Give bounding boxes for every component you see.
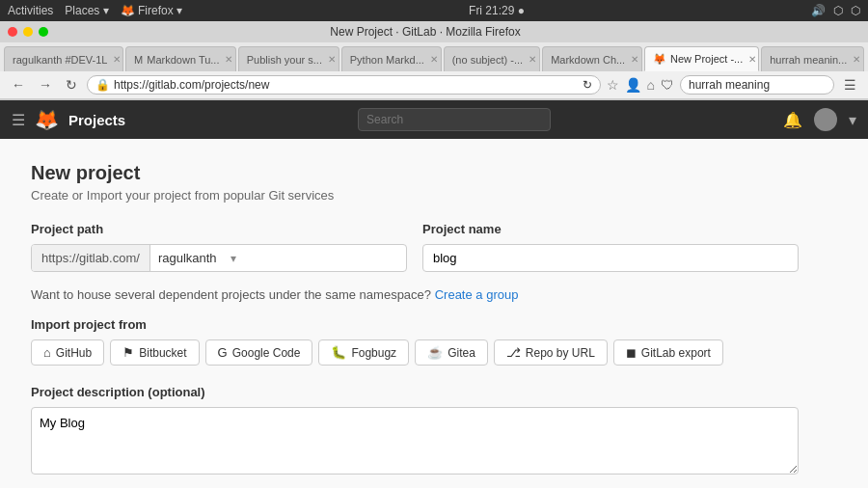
os-battery-icon: ⬡ — [851, 4, 860, 17]
window-close-button[interactable] — [8, 27, 17, 37]
repo-by-url-icon: ⎇ — [506, 345, 521, 360]
notification-bell-icon[interactable]: 🔔 — [783, 111, 802, 129]
tab-8[interactable]: hurrah meanin... ✕ — [761, 46, 864, 71]
user-avatar[interactable] — [814, 108, 837, 131]
import-repo-by-url-button[interactable]: ⎇ Repo by URL — [494, 339, 608, 366]
gitlab-export-icon: ◼ — [626, 345, 637, 360]
os-clock: Fri 21:29 ● — [469, 4, 525, 17]
window-maximize-button[interactable] — [39, 27, 48, 37]
import-google-code-label: Google Code — [232, 346, 301, 360]
path-dropdown-icon[interactable]: ▾ — [225, 252, 242, 265]
tab-4[interactable]: Python Markd... ✕ — [341, 46, 442, 71]
tab-1[interactable]: ragulkanth #DEV-1L ✕ — [4, 46, 123, 71]
create-group-link[interactable]: Create a group — [435, 287, 519, 302]
back-button[interactable]: ← — [8, 75, 29, 95]
import-gitlab-export-button[interactable]: ◼ GitLab export — [613, 339, 723, 366]
url-box[interactable]: 🔒 https://gitlab.com/projects/new ↻ — [87, 75, 601, 95]
tab-4-close[interactable]: ✕ — [430, 54, 438, 65]
window-minimize-button[interactable] — [23, 27, 33, 37]
tab-3-close[interactable]: ✕ — [328, 54, 336, 65]
browser-search-input[interactable] — [680, 75, 834, 95]
url-reload-icon: ↻ — [583, 78, 592, 92]
account-icon[interactable]: 👤 — [625, 77, 641, 93]
url-text: https://gitlab.com/projects/new — [114, 78, 579, 92]
import-github-button[interactable]: ⌂ GitHub — [31, 339, 104, 366]
os-bar: Activities Places ▾ 🦊 Firefox ▾ Fri 21:2… — [0, 0, 868, 21]
tab-5-close[interactable]: ✕ — [529, 54, 536, 65]
shield-icon[interactable]: 🛡 — [661, 77, 674, 93]
github-icon: ⌂ — [43, 345, 51, 360]
gitea-icon: ☕ — [427, 345, 443, 360]
import-gitlab-export-label: GitLab export — [641, 346, 711, 360]
browser-title-bar: New Project · GitLab · Mozilla Firefox — [0, 21, 868, 42]
import-google-code-button[interactable]: G Google Code — [205, 339, 313, 366]
address-bar-icons: ☆ 👤 ⌂ 🛡 — [607, 77, 674, 93]
os-activities[interactable]: Activities — [8, 4, 53, 17]
forward-button[interactable]: → — [35, 75, 56, 95]
tab-7[interactable]: 🦊 New Project -... ✕ — [644, 46, 759, 71]
gitlab-brand: Projects — [68, 112, 125, 128]
tab-6[interactable]: Markdown Ch... ✕ — [542, 46, 642, 71]
page-content: New project Create or Import your projec… — [0, 139, 829, 488]
tab-6-close[interactable]: ✕ — [631, 54, 638, 65]
tab-4-label: Python Markd... — [350, 54, 424, 66]
namespace-note: Want to house several dependent projects… — [31, 287, 799, 302]
project-path-input[interactable]: https://gitlab.com/ ragulkanth ▾ — [31, 244, 407, 272]
hamburger-icon[interactable]: ☰ — [12, 111, 25, 129]
tab-5-label: (no subject) -... — [452, 54, 523, 66]
import-fogbugz-label: Fogbugz — [351, 346, 396, 360]
google-code-icon: G — [218, 345, 228, 360]
address-bar: ← → ↻ 🔒 https://gitlab.com/projects/new … — [0, 71, 868, 99]
page-subtitle: Create or Import your project from popul… — [31, 188, 799, 203]
os-network-icon: ⬡ — [833, 4, 843, 17]
tab-1-close[interactable]: ✕ — [113, 54, 121, 65]
project-name-input[interactable] — [422, 244, 799, 272]
os-places[interactable]: Places ▾ — [65, 4, 108, 17]
browser-window-controls[interactable] — [8, 27, 48, 37]
tab-2-favicon: M — [134, 54, 143, 66]
tab-5[interactable]: (no subject) -... ✕ — [444, 46, 540, 71]
tab-3-label: Publish your s... — [247, 54, 322, 66]
project-name-label: Project name — [422, 222, 799, 236]
import-bitbucket-button[interactable]: ⚑ Bitbucket — [110, 339, 199, 366]
nav-center — [135, 108, 773, 131]
gitlab-logo: 🦊 — [35, 108, 59, 131]
tab-2-label: Markdown Tu... — [147, 54, 219, 66]
menu-button[interactable]: ☰ — [840, 75, 860, 95]
project-path-group: Project path https://gitlab.com/ ragulka… — [31, 222, 407, 272]
import-gitea-button[interactable]: ☕ Gitea — [415, 339, 488, 366]
home-icon[interactable]: ⌂ — [647, 77, 655, 93]
fogbugz-icon: 🐛 — [331, 345, 346, 360]
bookmark-icon[interactable]: ☆ — [607, 77, 619, 93]
reload-button[interactable]: ↻ — [62, 75, 81, 95]
os-firefox[interactable]: 🦊 Firefox ▾ — [121, 4, 182, 17]
url-lock-icon: 🔒 — [95, 78, 110, 92]
description-label: Project description (optional) — [31, 385, 799, 399]
tab-8-close[interactable]: ✕ — [853, 54, 860, 65]
import-buttons: ⌂ GitHub ⚑ Bitbucket G Google Code 🐛 Fog… — [31, 339, 799, 366]
os-sound-icon: 🔊 — [811, 4, 826, 17]
tab-2[interactable]: M Markdown Tu... ✕ — [125, 46, 236, 71]
tab-3[interactable]: Publish your s... ✕ — [238, 46, 339, 71]
import-fogbugz-button[interactable]: 🐛 Fogbugz — [318, 339, 409, 366]
path-username: ragulkanth — [150, 245, 225, 271]
description-group: Project description (optional) My Blog — [31, 385, 799, 474]
import-github-label: GitHub — [56, 346, 92, 360]
description-textarea[interactable]: My Blog — [31, 407, 799, 474]
gitlab-navbar: ☰ 🦊 Projects 🔔 ▾ — [0, 100, 868, 139]
gitlab-search-input[interactable] — [358, 108, 551, 131]
bitbucket-icon: ⚑ — [122, 345, 134, 360]
browser-title: New Project · GitLab · Mozilla Firefox — [56, 25, 795, 39]
browser-chrome: New Project · GitLab · Mozilla Firefox r… — [0, 21, 868, 100]
import-bitbucket-label: Bitbucket — [139, 346, 186, 360]
tab-1-label: ragulkanth #DEV-1L — [13, 54, 107, 66]
form-path-name-row: Project path https://gitlab.com/ ragulka… — [31, 222, 799, 272]
browser-tabs: ragulkanth #DEV-1L ✕ M Markdown Tu... ✕ … — [0, 42, 868, 71]
import-section: Import project from ⌂ GitHub ⚑ Bitbucket… — [31, 317, 799, 366]
tab-2-close[interactable]: ✕ — [225, 54, 232, 65]
tab-6-label: Markdown Ch... — [551, 54, 625, 66]
import-gitea-label: Gitea — [448, 346, 475, 360]
project-name-group: Project name — [422, 222, 799, 272]
tab-7-close[interactable]: ✕ — [748, 54, 756, 65]
user-menu-chevron-icon[interactable]: ▾ — [849, 111, 856, 129]
